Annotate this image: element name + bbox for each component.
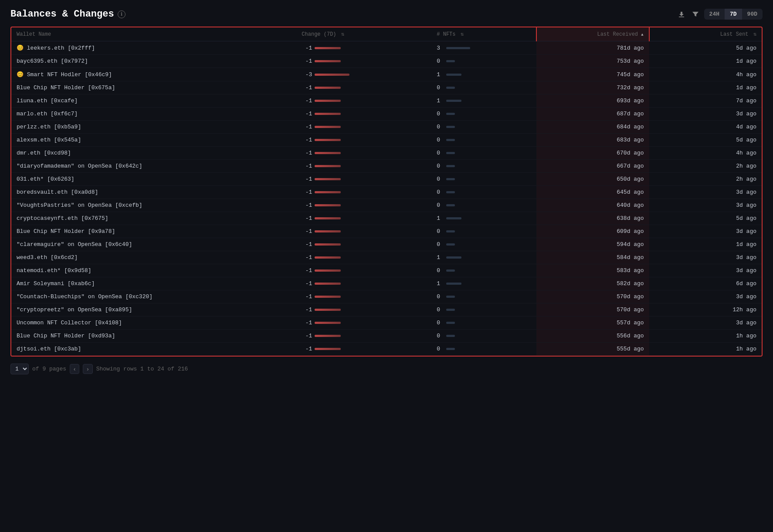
change-sort-icon: ⇅ [341,31,344,37]
received-cell: 732d ago [536,81,649,94]
wallet-cell: alexsm.eth [0x545a] [11,134,296,147]
table-row[interactable]: boredsvault.eth [0xa0d8]-10645d ago3d ag… [11,186,762,199]
sent-cell: 1h ago [649,343,762,356]
nfts-cell: 0 [431,186,536,199]
received-cell: 693d ago [536,94,649,108]
change-cell: -1 [296,251,431,264]
wallet-cell: natemodi.eth* [0x9d58] [11,264,296,277]
received-cell: 609d ago [536,225,649,238]
download-button[interactable] [676,9,687,20]
table-row[interactable]: djtsoi.eth [0xc3ab]-10555d ago1h ago [11,343,762,356]
time-btn-7d[interactable]: 7D [725,9,742,20]
sent-sort-icon: ⇅ [753,31,756,37]
table-row[interactable]: alexsm.eth [0x545a]-10683d ago5d ago [11,134,762,147]
col-header-nfts[interactable]: # NFTs ⇅ [431,27,536,41]
change-cell: -1 [296,160,431,173]
table-row[interactable]: 031.eth* [0x6263]-10650d ago2h ago [11,173,762,186]
wallet-cell: bayc6395.eth [0x7972] [11,55,296,68]
header-left: Balances & Changes ℹ [10,9,125,20]
wallet-cell: 😊 leekers.eth [0x2fff] [11,41,296,55]
page-select[interactable]: 1 2 3 4 5 6 7 8 9 [10,364,29,374]
showing-label: Showing rows 1 to 24 of 216 [96,366,188,372]
col-header-received[interactable]: Last Received [536,27,649,41]
nfts-cell: 1 [431,68,536,81]
info-icon[interactable]: ℹ [118,10,125,18]
received-cell: 583d ago [536,264,649,277]
wallet-cell: "VoughtsPastries" on OpenSea [0xcefb] [11,199,296,212]
change-cell: -1 [296,343,431,356]
table-row[interactable]: Uncommon NFT Collector [0x4108]-10557d a… [11,317,762,330]
time-toggle: 24H 7D 90D [704,9,763,20]
wallet-cell: djtsoi.eth [0xc3ab] [11,343,296,356]
change-cell: -1 [296,330,431,343]
received-cell: 670d ago [536,147,649,160]
table-row[interactable]: "Countach-Bluechips" on OpenSea [0xc320]… [11,290,762,303]
wallet-cell: "Countach-Bluechips" on OpenSea [0xc320] [11,290,296,303]
received-cell: 594d ago [536,238,649,251]
table-row[interactable]: cryptocaseynft.eth [0x7675]-11638d ago5d… [11,212,762,225]
change-cell: -1 [296,173,431,186]
nfts-cell: 0 [431,225,536,238]
table-row[interactable]: liuna.eth [0xcafe]-11693d ago7d ago [11,94,762,108]
sent-cell: 3d ago [649,290,762,303]
sent-cell: 3d ago [649,264,762,277]
nfts-cell: 0 [431,290,536,303]
table-row[interactable]: "cryptopreetz" on OpenSea [0xa895]-10570… [11,303,762,317]
wallet-cell: "claremaguire" on OpenSea [0x6c40] [11,238,296,251]
table-row[interactable]: perlzz.eth [0xb5a9]-10684d ago4d ago [11,121,762,134]
change-cell: -3 [296,68,431,81]
time-btn-24h[interactable]: 24H [704,9,725,20]
wallet-cell: 😊 Smart NFT Hodler [0x46c9] [11,68,296,81]
table-row[interactable]: Blue Chip NFT Holder [0xd93a]-10556d ago… [11,330,762,343]
col-header-change[interactable]: Change (7D) ⇅ [296,27,431,41]
time-btn-90d[interactable]: 90D [742,9,763,20]
wallet-cell: Blue Chip NFT Holder [0x675a] [11,81,296,94]
nfts-cell: 1 [431,251,536,264]
table-row[interactable]: bayc6395.eth [0x7972]-10753d ago1d ago [11,55,762,68]
wallet-cell: boredsvault.eth [0xa0d8] [11,186,296,199]
wallet-cell: liuna.eth [0xcafe] [11,94,296,108]
received-cell: 781d ago [536,41,649,55]
table-row[interactable]: dmr.eth [0xcd98]-10670d ago4h ago [11,147,762,160]
nfts-cell: 0 [431,330,536,343]
change-cell: -1 [296,55,431,68]
header-row: Wallet Name Change (7D) ⇅ # NFTs ⇅ Last … [11,27,762,41]
header-right: 24H 7D 90D [676,9,763,20]
received-cell: 582d ago [536,277,649,290]
change-cell: -1 [296,277,431,290]
table-row[interactable]: Amir Soleymani [0xab6c]-11582d ago6d ago [11,277,762,290]
sent-cell: 3d ago [649,225,762,238]
table-row[interactable]: marlo.eth [0xf6c7]-10687d ago3d ago [11,108,762,121]
col-header-sent[interactable]: Last Sent ⇅ [649,27,762,41]
change-cell: -1 [296,317,431,330]
table-row[interactable]: "VoughtsPastries" on OpenSea [0xcefb]-10… [11,199,762,212]
table-row[interactable]: 😊 leekers.eth [0x2fff]-13781d ago5d ago [11,41,762,55]
change-cell: -1 [296,81,431,94]
table-row[interactable]: weed3.eth [0x6cd2]-11584d ago3d ago [11,251,762,264]
change-cell: -1 [296,303,431,317]
table-row[interactable]: 😊 Smart NFT Hodler [0x46c9]-31745d ago4h… [11,68,762,81]
table-row[interactable]: Blue Chip NFT Holder [0x675a]-10732d ago… [11,81,762,94]
table-row[interactable]: natemodi.eth* [0x9d58]-10583d ago3d ago [11,264,762,277]
next-page-button[interactable]: › [83,364,92,374]
sent-cell: 1d ago [649,238,762,251]
sent-cell: 5d ago [649,212,762,225]
table-row[interactable]: "claremaguire" on OpenSea [0x6c40]-10594… [11,238,762,251]
col-header-wallet: Wallet Name [11,27,296,41]
nfts-cell: 0 [431,173,536,186]
sent-cell: 7d ago [649,94,762,108]
change-cell: -1 [296,94,431,108]
change-cell: -1 [296,134,431,147]
change-cell: -1 [296,186,431,199]
nfts-cell: 0 [431,343,536,356]
received-cell: 570d ago [536,290,649,303]
sent-cell: 1d ago [649,81,762,94]
nfts-cell: 3 [431,41,536,55]
table-row[interactable]: "diaryofamademan" on OpenSea [0x642c]-10… [11,160,762,173]
nfts-cell: 0 [431,199,536,212]
nfts-cell: 0 [431,264,536,277]
filter-button[interactable] [690,9,701,20]
nfts-sort-icon: ⇅ [461,31,464,37]
prev-page-button[interactable]: ‹ [70,364,79,374]
table-row[interactable]: Blue Chip NFT Holder [0x9a78]-10609d ago… [11,225,762,238]
